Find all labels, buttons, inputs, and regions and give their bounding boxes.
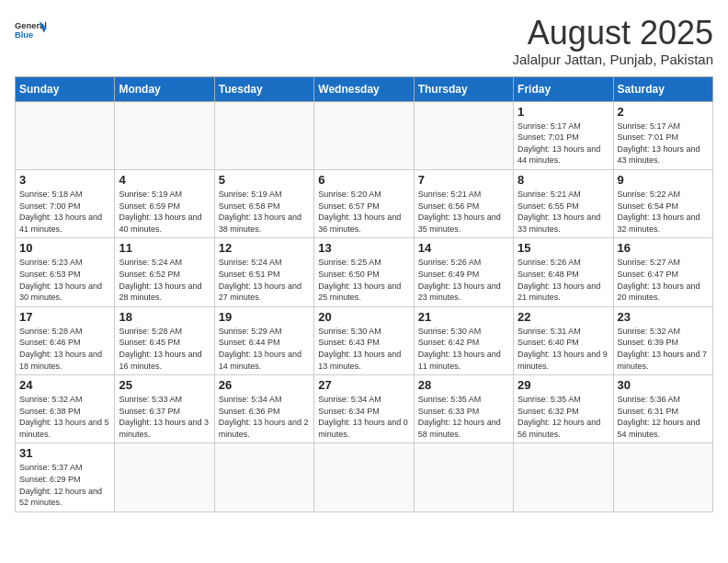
calendar-cell: 11Sunrise: 5:24 AM Sunset: 6:52 PM Dayli…: [115, 238, 214, 306]
day-number: 16: [618, 241, 709, 255]
calendar-week-3: 17Sunrise: 5:28 AM Sunset: 6:46 PM Dayli…: [16, 306, 713, 374]
svg-text:Blue: Blue: [15, 30, 33, 40]
title-section: August 2025 Jalalpur Jattan, Punjab, Pak…: [513, 15, 713, 67]
calendar-cell: 4Sunrise: 5:19 AM Sunset: 6:59 PM Daylig…: [115, 169, 214, 237]
day-info: Sunrise: 5:34 AM Sunset: 6:36 PM Dayligh…: [219, 394, 310, 440]
day-number: 12: [219, 241, 310, 255]
day-number: 4: [119, 173, 210, 187]
calendar-cell: 29Sunrise: 5:35 AM Sunset: 6:32 PM Dayli…: [514, 375, 613, 443]
calendar-cell: 12Sunrise: 5:24 AM Sunset: 6:51 PM Dayli…: [214, 238, 313, 306]
day-info: Sunrise: 5:30 AM Sunset: 6:43 PM Dayligh…: [318, 326, 409, 372]
day-info: Sunrise: 5:18 AM Sunset: 7:00 PM Dayligh…: [19, 189, 110, 235]
calendar-week-5: 31Sunrise: 5:37 AM Sunset: 6:29 PM Dayli…: [16, 443, 713, 511]
calendar-cell: [16, 101, 115, 169]
day-number: 28: [418, 378, 509, 392]
day-number: 31: [19, 446, 110, 460]
day-number: 10: [19, 241, 110, 255]
calendar-week-0: 1Sunrise: 5:17 AM Sunset: 7:01 PM Daylig…: [16, 101, 713, 169]
weekday-header-tuesday: Tuesday: [214, 76, 313, 101]
calendar-cell: [115, 101, 214, 169]
day-info: Sunrise: 5:28 AM Sunset: 6:46 PM Dayligh…: [19, 326, 110, 372]
page-header: General Blue August 2025 Jalalpur Jattan…: [15, 15, 713, 67]
calendar-week-4: 24Sunrise: 5:32 AM Sunset: 6:38 PM Dayli…: [16, 375, 713, 443]
day-info: Sunrise: 5:35 AM Sunset: 6:33 PM Dayligh…: [418, 394, 509, 440]
day-info: Sunrise: 5:26 AM Sunset: 6:49 PM Dayligh…: [418, 257, 509, 303]
day-info: Sunrise: 5:36 AM Sunset: 6:31 PM Dayligh…: [618, 394, 709, 440]
calendar-cell: 2Sunrise: 5:17 AM Sunset: 7:01 PM Daylig…: [613, 101, 712, 169]
day-info: Sunrise: 5:32 AM Sunset: 6:39 PM Dayligh…: [618, 326, 709, 372]
logo-icon: General Blue: [15, 15, 48, 48]
day-number: 29: [518, 378, 609, 392]
day-info: Sunrise: 5:23 AM Sunset: 6:53 PM Dayligh…: [19, 257, 110, 303]
calendar-cell: [214, 101, 313, 169]
calendar-cell: [314, 443, 414, 511]
day-number: 26: [219, 378, 310, 392]
day-info: Sunrise: 5:27 AM Sunset: 6:47 PM Dayligh…: [618, 257, 709, 303]
calendar-cell: 13Sunrise: 5:25 AM Sunset: 6:50 PM Dayli…: [314, 238, 414, 306]
calendar-cell: 27Sunrise: 5:34 AM Sunset: 6:34 PM Dayli…: [314, 375, 414, 443]
day-info: Sunrise: 5:21 AM Sunset: 6:56 PM Dayligh…: [418, 189, 509, 235]
calendar-body: 1Sunrise: 5:17 AM Sunset: 7:01 PM Daylig…: [16, 101, 713, 511]
calendar-week-1: 3Sunrise: 5:18 AM Sunset: 7:00 PM Daylig…: [16, 169, 713, 237]
calendar-cell: 1Sunrise: 5:17 AM Sunset: 7:01 PM Daylig…: [514, 101, 613, 169]
calendar-cell: [414, 443, 513, 511]
calendar-cell: 10Sunrise: 5:23 AM Sunset: 6:53 PM Dayli…: [16, 238, 115, 306]
day-info: Sunrise: 5:33 AM Sunset: 6:37 PM Dayligh…: [119, 394, 210, 440]
weekday-row: SundayMondayTuesdayWednesdayThursdayFrid…: [16, 76, 713, 101]
calendar-cell: 30Sunrise: 5:36 AM Sunset: 6:31 PM Dayli…: [613, 375, 712, 443]
day-number: 27: [318, 378, 409, 392]
calendar-table: SundayMondayTuesdayWednesdayThursdayFrid…: [15, 76, 713, 512]
day-info: Sunrise: 5:31 AM Sunset: 6:40 PM Dayligh…: [518, 326, 609, 372]
day-number: 22: [518, 310, 609, 324]
calendar-cell: [414, 101, 513, 169]
day-info: Sunrise: 5:28 AM Sunset: 6:45 PM Dayligh…: [119, 326, 210, 372]
calendar-cell: 7Sunrise: 5:21 AM Sunset: 6:56 PM Daylig…: [414, 169, 513, 237]
weekday-header-sunday: Sunday: [16, 76, 115, 101]
day-info: Sunrise: 5:26 AM Sunset: 6:48 PM Dayligh…: [518, 257, 609, 303]
day-number: 7: [418, 173, 509, 187]
calendar-cell: 9Sunrise: 5:22 AM Sunset: 6:54 PM Daylig…: [613, 169, 712, 237]
day-info: Sunrise: 5:25 AM Sunset: 6:50 PM Dayligh…: [318, 257, 409, 303]
calendar-cell: 6Sunrise: 5:20 AM Sunset: 6:57 PM Daylig…: [314, 169, 414, 237]
day-number: 13: [318, 241, 409, 255]
calendar-cell: 17Sunrise: 5:28 AM Sunset: 6:46 PM Dayli…: [16, 306, 115, 374]
calendar-cell: 24Sunrise: 5:32 AM Sunset: 6:38 PM Dayli…: [16, 375, 115, 443]
calendar-cell: [613, 443, 712, 511]
calendar-cell: 25Sunrise: 5:33 AM Sunset: 6:37 PM Dayli…: [115, 375, 214, 443]
day-number: 23: [618, 310, 709, 324]
day-info: Sunrise: 5:21 AM Sunset: 6:55 PM Dayligh…: [518, 189, 609, 235]
calendar-cell: 22Sunrise: 5:31 AM Sunset: 6:40 PM Dayli…: [514, 306, 613, 374]
day-number: 1: [518, 105, 609, 119]
calendar-cell: 19Sunrise: 5:29 AM Sunset: 6:44 PM Dayli…: [214, 306, 313, 374]
day-number: 15: [518, 241, 609, 255]
day-number: 2: [618, 105, 709, 119]
calendar-subtitle: Jalalpur Jattan, Punjab, Pakistan: [513, 52, 713, 67]
day-number: 6: [318, 173, 409, 187]
calendar-title: August 2025: [513, 15, 713, 52]
day-number: 9: [618, 173, 709, 187]
calendar-cell: 8Sunrise: 5:21 AM Sunset: 6:55 PM Daylig…: [514, 169, 613, 237]
calendar-cell: 18Sunrise: 5:28 AM Sunset: 6:45 PM Dayli…: [115, 306, 214, 374]
day-info: Sunrise: 5:24 AM Sunset: 6:51 PM Dayligh…: [219, 257, 310, 303]
calendar-cell: [214, 443, 313, 511]
day-info: Sunrise: 5:17 AM Sunset: 7:01 PM Dayligh…: [518, 121, 609, 167]
day-info: Sunrise: 5:34 AM Sunset: 6:34 PM Dayligh…: [318, 394, 409, 440]
day-info: Sunrise: 5:24 AM Sunset: 6:52 PM Dayligh…: [119, 257, 210, 303]
calendar-cell: [514, 443, 613, 511]
weekday-header-wednesday: Wednesday: [314, 76, 414, 101]
calendar-cell: 16Sunrise: 5:27 AM Sunset: 6:47 PM Dayli…: [613, 238, 712, 306]
calendar-header: SundayMondayTuesdayWednesdayThursdayFrid…: [16, 76, 713, 101]
calendar-cell: 3Sunrise: 5:18 AM Sunset: 7:00 PM Daylig…: [16, 169, 115, 237]
calendar-cell: 20Sunrise: 5:30 AM Sunset: 6:43 PM Dayli…: [314, 306, 414, 374]
weekday-header-monday: Monday: [115, 76, 214, 101]
weekday-header-thursday: Thursday: [414, 76, 513, 101]
day-info: Sunrise: 5:22 AM Sunset: 6:54 PM Dayligh…: [618, 189, 709, 235]
day-info: Sunrise: 5:30 AM Sunset: 6:42 PM Dayligh…: [418, 326, 509, 372]
day-info: Sunrise: 5:29 AM Sunset: 6:44 PM Dayligh…: [219, 326, 310, 372]
calendar-cell: 21Sunrise: 5:30 AM Sunset: 6:42 PM Dayli…: [414, 306, 513, 374]
weekday-header-saturday: Saturday: [613, 76, 712, 101]
day-info: Sunrise: 5:19 AM Sunset: 6:59 PM Dayligh…: [119, 189, 210, 235]
calendar-cell: 31Sunrise: 5:37 AM Sunset: 6:29 PM Dayli…: [16, 443, 115, 511]
calendar-cell: 23Sunrise: 5:32 AM Sunset: 6:39 PM Dayli…: [613, 306, 712, 374]
day-info: Sunrise: 5:17 AM Sunset: 7:01 PM Dayligh…: [618, 121, 709, 167]
